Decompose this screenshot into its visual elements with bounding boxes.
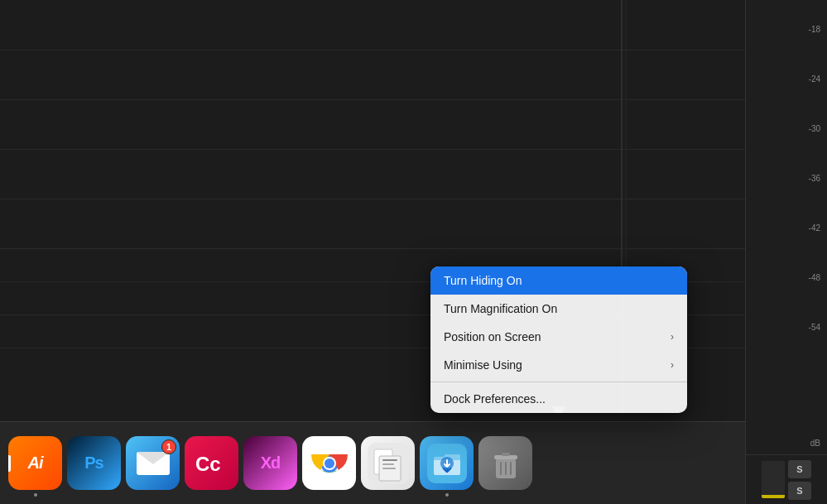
grid-line bbox=[0, 99, 745, 100]
meter-label-18: -18 bbox=[809, 25, 820, 34]
menu-item-label: Minimise Using bbox=[444, 358, 522, 372]
trash-svg bbox=[488, 445, 524, 482]
menu-item-label: Turn Hiding On bbox=[444, 274, 522, 287]
svg-rect-9 bbox=[382, 463, 394, 465]
meter-label-30: -30 bbox=[809, 124, 820, 133]
meter-label-54: -54 bbox=[809, 323, 820, 332]
photoshop-icon: Ps bbox=[67, 436, 121, 490]
meter-scale: -18 -24 -30 -36 -42 -48 -54 bbox=[746, 0, 827, 454]
meter-panel: -18 -24 -30 -36 -42 -48 -54 dB S S bbox=[745, 0, 827, 504]
menu-item-label: Dock Preferences... bbox=[444, 392, 546, 406]
menu-item-dock-preferences[interactable]: Dock Preferences... bbox=[430, 385, 687, 413]
creative-cloud-icon: Cc bbox=[185, 436, 238, 490]
cc-svg: Cc bbox=[192, 448, 232, 479]
svg-point-4 bbox=[325, 458, 334, 468]
submenu-arrow-icon: › bbox=[671, 331, 674, 343]
grid-line bbox=[0, 199, 745, 199]
chrome-svg bbox=[311, 445, 348, 482]
svg-rect-8 bbox=[382, 459, 397, 461]
menu-item-turn-magnification-on[interactable]: Turn Magnification On bbox=[430, 295, 687, 323]
downloads-icon bbox=[420, 436, 474, 490]
dock-item-preview[interactable] bbox=[361, 436, 415, 490]
grid-line bbox=[0, 149, 745, 150]
xd-icon: Xd bbox=[243, 436, 297, 490]
grid-line bbox=[0, 50, 745, 50]
trash-icon bbox=[478, 436, 532, 490]
menu-item-turn-hiding-on[interactable]: Turn Hiding On bbox=[430, 266, 687, 295]
dock-item-mail[interactable]: 1 bbox=[126, 436, 180, 490]
mail-badge: 1 bbox=[161, 439, 176, 454]
s-button-1[interactable]: S bbox=[788, 460, 811, 478]
mail-envelope bbox=[137, 452, 170, 475]
menu-item-label: Position on Screen bbox=[444, 330, 541, 343]
grid-line bbox=[0, 248, 745, 249]
svg-rect-15 bbox=[502, 453, 510, 456]
submenu-arrow-icon: › bbox=[671, 359, 674, 371]
dock-item-photoshop[interactable]: Ps bbox=[67, 436, 121, 490]
meter-bar-yellow bbox=[762, 495, 785, 498]
dock-dot bbox=[34, 493, 37, 497]
s-button-2[interactable]: S bbox=[788, 482, 811, 500]
dock-item-downloads[interactable] bbox=[420, 436, 474, 490]
dock-item-trash[interactable] bbox=[478, 436, 532, 490]
svg-text:Cc: Cc bbox=[195, 453, 221, 475]
dock-item-illustrator[interactable]: Ai bbox=[8, 436, 62, 490]
dock: Ai Ps 1 Cc Xd bbox=[0, 421, 745, 504]
menu-item-label: Turn Magnification On bbox=[444, 302, 557, 315]
downloads-svg bbox=[427, 444, 467, 483]
menu-item-position-on-screen[interactable]: Position on Screen › bbox=[430, 323, 687, 351]
dock-item-xd[interactable]: Xd bbox=[243, 436, 297, 490]
meter-bottom: S S bbox=[746, 454, 827, 504]
dock-item-creative-cloud[interactable]: Cc bbox=[185, 436, 238, 490]
context-menu: Turn Hiding On Turn Magnification On Pos… bbox=[430, 266, 687, 413]
menu-item-minimise-using[interactable]: Minimise Using › bbox=[430, 351, 687, 379]
meter-label-24: -24 bbox=[809, 74, 820, 84]
chrome-icon bbox=[302, 436, 356, 490]
meter-label-36: -36 bbox=[809, 174, 820, 183]
preview-icon bbox=[361, 436, 415, 490]
active-indicator bbox=[8, 455, 11, 472]
illustrator-icon: Ai bbox=[8, 436, 62, 490]
meter-bar-left bbox=[762, 461, 785, 498]
dock-item-chrome[interactable] bbox=[302, 436, 356, 490]
svg-rect-10 bbox=[382, 468, 396, 469]
preview-svg bbox=[368, 443, 409, 484]
dock-dot bbox=[445, 493, 449, 497]
meter-db-label: dB bbox=[810, 439, 820, 448]
meter-label-48: -48 bbox=[809, 273, 820, 282]
meter-label-42: -42 bbox=[809, 223, 820, 233]
menu-separator bbox=[430, 382, 687, 382]
